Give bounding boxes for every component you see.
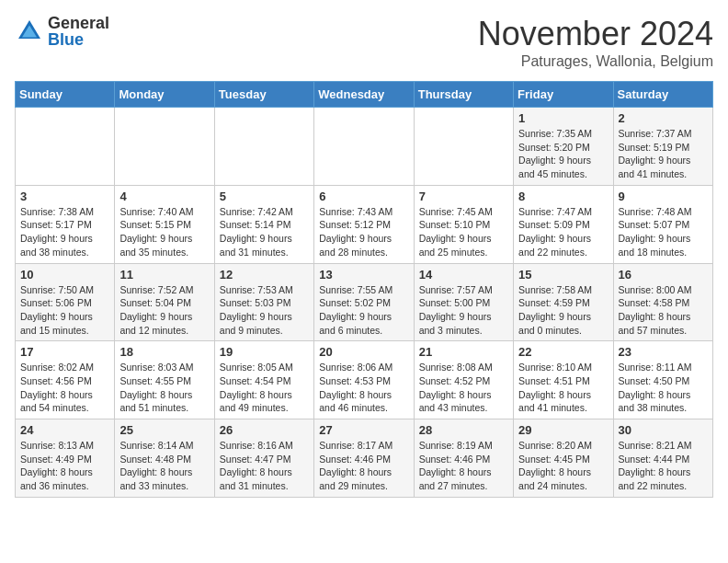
day-number: 19 <box>220 345 309 359</box>
day-of-week-header: Monday <box>115 82 214 108</box>
calendar-day-cell <box>16 108 115 186</box>
calendar-day-cell: 13Sunrise: 7:55 AM Sunset: 5:02 PM Dayli… <box>314 263 414 341</box>
day-of-week-header: Sunday <box>16 82 115 108</box>
day-info: Sunrise: 8:14 AM Sunset: 4:48 PM Dayligh… <box>119 439 209 493</box>
day-of-week-header: Saturday <box>613 82 712 108</box>
day-info: Sunrise: 7:47 AM Sunset: 5:09 PM Dayligh… <box>518 205 608 259</box>
day-number: 29 <box>518 423 608 437</box>
day-number: 9 <box>619 190 708 203</box>
day-info: Sunrise: 7:35 AM Sunset: 5:20 PM Dayligh… <box>518 127 608 181</box>
day-number: 6 <box>319 190 408 203</box>
day-number: 3 <box>20 190 109 203</box>
calendar-day-cell: 14Sunrise: 7:57 AM Sunset: 5:00 PM Dayli… <box>414 263 513 341</box>
calendar-day-cell: 2Sunrise: 7:37 AM Sunset: 5:19 PM Daylig… <box>613 108 712 186</box>
month-title: November 2024 <box>478 15 713 53</box>
day-info: Sunrise: 8:03 AM Sunset: 4:55 PM Dayligh… <box>119 361 209 415</box>
calendar-day-cell <box>314 108 414 186</box>
calendar-day-cell <box>115 108 214 186</box>
day-info: Sunrise: 7:37 AM Sunset: 5:19 PM Dayligh… <box>619 127 708 181</box>
day-number: 20 <box>319 345 408 359</box>
day-number: 14 <box>419 268 508 282</box>
day-number: 15 <box>518 268 608 282</box>
day-number: 7 <box>419 190 508 203</box>
calendar-week-row: 24Sunrise: 8:13 AM Sunset: 4:49 PM Dayli… <box>16 419 713 498</box>
day-info: Sunrise: 7:53 AM Sunset: 5:03 PM Dayligh… <box>220 283 309 338</box>
calendar-day-cell: 19Sunrise: 8:05 AM Sunset: 4:54 PM Dayli… <box>214 341 313 419</box>
calendar-day-cell: 1Sunrise: 7:35 AM Sunset: 5:20 PM Daylig… <box>514 108 613 186</box>
day-number: 13 <box>319 268 408 282</box>
calendar-day-cell: 21Sunrise: 8:08 AM Sunset: 4:52 PM Dayli… <box>414 341 513 419</box>
day-info: Sunrise: 7:55 AM Sunset: 5:02 PM Dayligh… <box>319 283 408 338</box>
day-info: Sunrise: 7:57 AM Sunset: 5:00 PM Dayligh… <box>419 283 508 338</box>
day-info: Sunrise: 7:58 AM Sunset: 4:59 PM Dayligh… <box>518 283 608 338</box>
calendar-day-cell: 28Sunrise: 8:19 AM Sunset: 4:46 PM Dayli… <box>414 419 513 498</box>
logo-blue-label: Blue <box>48 31 109 48</box>
day-info: Sunrise: 7:42 AM Sunset: 5:14 PM Dayligh… <box>220 205 309 259</box>
day-info: Sunrise: 8:17 AM Sunset: 4:46 PM Dayligh… <box>319 439 408 493</box>
day-number: 5 <box>220 190 309 203</box>
calendar-day-cell: 12Sunrise: 7:53 AM Sunset: 5:03 PM Dayli… <box>214 263 313 341</box>
day-info: Sunrise: 7:43 AM Sunset: 5:12 PM Dayligh… <box>319 205 408 259</box>
calendar-day-cell: 9Sunrise: 7:48 AM Sunset: 5:07 PM Daylig… <box>613 185 712 263</box>
day-number: 27 <box>319 423 408 437</box>
calendar-day-cell: 6Sunrise: 7:43 AM Sunset: 5:12 PM Daylig… <box>314 185 414 263</box>
day-number: 1 <box>518 111 608 125</box>
calendar-table: SundayMondayTuesdayWednesdayThursdayFrid… <box>15 81 713 498</box>
day-info: Sunrise: 7:38 AM Sunset: 5:17 PM Dayligh… <box>20 205 109 259</box>
calendar-week-row: 1Sunrise: 7:35 AM Sunset: 5:20 PM Daylig… <box>16 108 713 186</box>
day-number: 18 <box>119 345 209 359</box>
calendar-day-cell: 22Sunrise: 8:10 AM Sunset: 4:51 PM Dayli… <box>514 341 613 419</box>
location-subtitle: Paturages, Wallonia, Belgium <box>478 53 713 70</box>
day-number: 11 <box>119 268 209 282</box>
day-info: Sunrise: 8:20 AM Sunset: 4:45 PM Dayligh… <box>518 439 608 493</box>
day-number: 12 <box>220 268 309 282</box>
day-number: 4 <box>119 190 209 203</box>
calendar-day-cell: 8Sunrise: 7:47 AM Sunset: 5:09 PM Daylig… <box>514 185 613 263</box>
day-info: Sunrise: 8:19 AM Sunset: 4:46 PM Dayligh… <box>419 439 508 493</box>
logo-general-label: General <box>48 15 109 31</box>
calendar-day-cell: 7Sunrise: 7:45 AM Sunset: 5:10 PM Daylig… <box>414 185 513 263</box>
header: General Blue November 2024 Paturages, Wa… <box>15 15 713 70</box>
day-of-week-header: Tuesday <box>214 82 313 108</box>
calendar-day-cell: 11Sunrise: 7:52 AM Sunset: 5:04 PM Dayli… <box>115 263 214 341</box>
day-number: 21 <box>419 345 508 359</box>
day-number: 22 <box>518 345 608 359</box>
day-number: 2 <box>619 111 708 125</box>
calendar-day-cell: 4Sunrise: 7:40 AM Sunset: 5:15 PM Daylig… <box>115 185 214 263</box>
day-info: Sunrise: 8:16 AM Sunset: 4:47 PM Dayligh… <box>220 439 309 493</box>
logo-text: General Blue <box>48 15 109 48</box>
calendar-day-cell: 23Sunrise: 8:11 AM Sunset: 4:50 PM Dayli… <box>613 341 712 419</box>
day-number: 23 <box>619 345 708 359</box>
logo-icon <box>15 17 44 46</box>
day-number: 16 <box>619 268 708 282</box>
calendar-day-cell <box>214 108 313 186</box>
calendar-week-row: 17Sunrise: 8:02 AM Sunset: 4:56 PM Dayli… <box>16 341 713 419</box>
calendar-day-cell: 17Sunrise: 8:02 AM Sunset: 4:56 PM Dayli… <box>16 341 115 419</box>
calendar-day-cell: 5Sunrise: 7:42 AM Sunset: 5:14 PM Daylig… <box>214 185 313 263</box>
calendar-week-row: 3Sunrise: 7:38 AM Sunset: 5:17 PM Daylig… <box>16 185 713 263</box>
day-of-week-header: Thursday <box>414 82 513 108</box>
day-info: Sunrise: 8:13 AM Sunset: 4:49 PM Dayligh… <box>20 439 109 493</box>
calendar-day-cell: 29Sunrise: 8:20 AM Sunset: 4:45 PM Dayli… <box>514 419 613 498</box>
calendar-day-cell: 24Sunrise: 8:13 AM Sunset: 4:49 PM Dayli… <box>16 419 115 498</box>
calendar-day-cell: 10Sunrise: 7:50 AM Sunset: 5:06 PM Dayli… <box>16 263 115 341</box>
day-info: Sunrise: 7:50 AM Sunset: 5:06 PM Dayligh… <box>20 283 109 338</box>
day-info: Sunrise: 8:00 AM Sunset: 4:58 PM Dayligh… <box>619 283 708 338</box>
day-info: Sunrise: 8:02 AM Sunset: 4:56 PM Dayligh… <box>20 361 109 415</box>
day-info: Sunrise: 8:11 AM Sunset: 4:50 PM Dayligh… <box>619 361 708 415</box>
calendar-header-row: SundayMondayTuesdayWednesdayThursdayFrid… <box>16 82 713 108</box>
day-info: Sunrise: 8:10 AM Sunset: 4:51 PM Dayligh… <box>518 361 608 415</box>
logo: General Blue <box>15 15 109 48</box>
calendar-day-cell: 20Sunrise: 8:06 AM Sunset: 4:53 PM Dayli… <box>314 341 414 419</box>
day-info: Sunrise: 7:40 AM Sunset: 5:15 PM Dayligh… <box>119 205 209 259</box>
title-area: November 2024 Paturages, Wallonia, Belgi… <box>478 15 713 70</box>
calendar-day-cell: 25Sunrise: 8:14 AM Sunset: 4:48 PM Dayli… <box>115 419 214 498</box>
calendar-day-cell: 18Sunrise: 8:03 AM Sunset: 4:55 PM Dayli… <box>115 341 214 419</box>
day-of-week-header: Friday <box>514 82 613 108</box>
day-info: Sunrise: 8:06 AM Sunset: 4:53 PM Dayligh… <box>319 361 408 415</box>
day-info: Sunrise: 8:05 AM Sunset: 4:54 PM Dayligh… <box>220 361 309 415</box>
calendar-day-cell: 16Sunrise: 8:00 AM Sunset: 4:58 PM Dayli… <box>613 263 712 341</box>
day-info: Sunrise: 7:45 AM Sunset: 5:10 PM Dayligh… <box>419 205 508 259</box>
day-number: 25 <box>119 423 209 437</box>
calendar-day-cell: 26Sunrise: 8:16 AM Sunset: 4:47 PM Dayli… <box>214 419 313 498</box>
